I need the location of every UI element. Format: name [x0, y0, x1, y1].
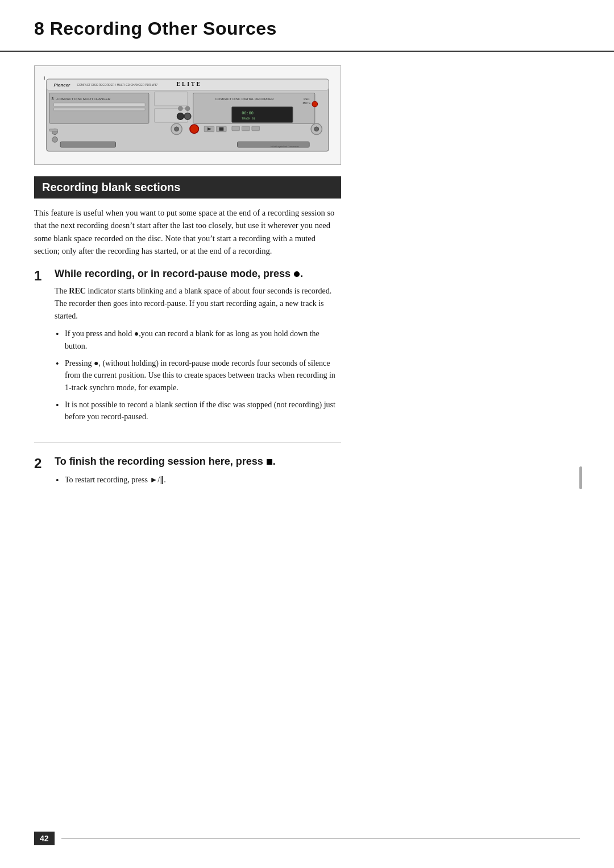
svg-rect-30: [242, 126, 250, 131]
svg-rect-27: [219, 127, 223, 131]
step-divider: [34, 443, 341, 443]
svg-text:Pioneer: Pioneer: [54, 82, 70, 88]
bullet-1-1: If you press and hold ●,you can record a…: [55, 328, 341, 352]
svg-text:ELITE: ELITE: [177, 81, 202, 87]
svg-point-19: [312, 101, 318, 107]
svg-text:REC: REC: [304, 98, 310, 101]
svg-text:3: 3: [52, 97, 54, 101]
svg-rect-36: [60, 142, 115, 147]
intro-text: This feature is useful when you want to …: [34, 206, 341, 258]
step-1-bullets: If you press and hold ●,you can record a…: [55, 328, 341, 423]
svg-rect-25: [44, 76, 44, 80]
right-column: [352, 52, 580, 502]
device-image: Pioneer COMPACT DISC RECORDER / MULTI-CD…: [34, 65, 341, 165]
record-circle-icon: [294, 271, 300, 277]
svg-point-42: [184, 113, 191, 120]
content-area: Pioneer COMPACT DISC RECORDER / MULTI-CD…: [0, 52, 614, 502]
svg-text:TRACK 01: TRACK 01: [242, 117, 255, 120]
svg-point-33: [175, 127, 179, 131]
svg-rect-20: [232, 107, 293, 122]
step-1-content: While recording, or in record-pause mode…: [55, 267, 341, 431]
left-column: Pioneer COMPACT DISC RECORDER / MULTI-CD…: [34, 52, 352, 502]
svg-rect-29: [232, 126, 240, 131]
svg-text:COMPACT DISC DIGITAL RECORDER: COMPACT DISC DIGITAL RECORDER: [215, 97, 274, 101]
bullet-1-3: It is not possible to record a blank sec…: [55, 399, 341, 423]
bullet-2-1: To restart recording, press ►/‖.: [55, 474, 341, 486]
svg-point-28: [190, 125, 199, 134]
page-number: 42: [34, 832, 55, 845]
svg-text:MUTE: MUTE: [302, 102, 311, 105]
step-1-title-text: While recording, or in record-pause mode…: [55, 268, 291, 279]
device-svg: Pioneer COMPACT DISC RECORDER / MULTI-CD…: [44, 75, 331, 155]
stop-square-icon: [267, 459, 272, 465]
step-2-title-text: To finish the recording session here, pr…: [55, 456, 263, 467]
svg-point-11: [52, 137, 58, 142]
step-2-number: 2: [34, 454, 55, 472]
svg-text:Hi-bit LegatoLink Conversion: Hi-bit LegatoLink Conversion: [271, 145, 299, 148]
svg-text:COMPACT DISC RECORDER / MULTI-: COMPACT DISC RECORDER / MULTI-CD CHANGER…: [77, 84, 157, 86]
svg-rect-31: [252, 126, 260, 131]
svg-point-40: [185, 106, 190, 111]
chapter-header: 8 Recording Other Sources: [0, 0, 614, 52]
bullet-1-2: Pressing ●, (without holding) in record-…: [55, 357, 341, 394]
step-2-bullets: To restart recording, press ►/‖.: [55, 474, 341, 486]
section-heading: Recording blank sections: [34, 176, 341, 199]
svg-point-39: [178, 106, 182, 111]
page-number-bar: 42: [0, 832, 614, 845]
step-1: 1 While recording, or in record-pause mo…: [34, 267, 341, 431]
rec-label: REC: [69, 287, 86, 295]
page-number-line: [61, 838, 580, 839]
svg-rect-12: [49, 129, 58, 131]
svg-text:-COMPACT DISC MULTI CHANGER: -COMPACT DISC MULTI CHANGER: [56, 97, 110, 101]
svg-text:00:00: 00:00: [242, 111, 253, 115]
svg-rect-13: [155, 92, 188, 106]
scrollbar-indicator[interactable]: [579, 466, 582, 489]
step-2-content: To finish the recording session here, pr…: [55, 454, 341, 494]
step-1-title: While recording, or in record-pause mode…: [55, 267, 341, 280]
svg-point-35: [314, 127, 319, 131]
step-1-desc: The REC indicator starts blinking and a …: [55, 285, 341, 322]
page-container: 8 Recording Other Sources Pioneer COMPAC…: [0, 0, 614, 868]
step-1-number: 1: [34, 267, 55, 284]
svg-rect-9: [54, 108, 146, 111]
step-2-title: To finish the recording session here, pr…: [55, 454, 341, 468]
chapter-title: 8 Recording Other Sources: [34, 18, 580, 39]
svg-point-41: [177, 113, 184, 120]
svg-rect-8: [54, 103, 146, 106]
step-2: 2 To finish the recording session here, …: [34, 454, 341, 494]
